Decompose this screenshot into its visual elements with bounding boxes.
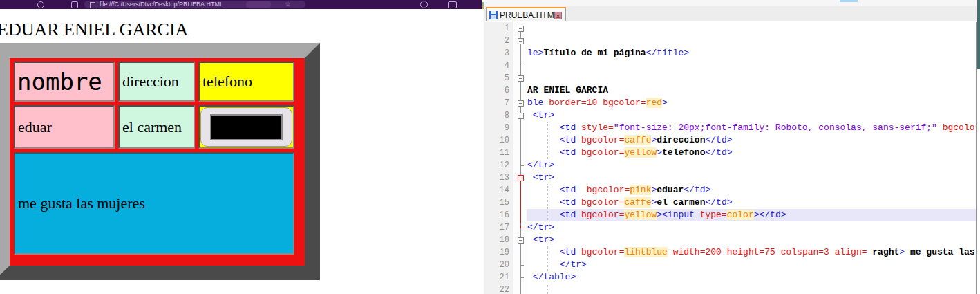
code-line[interactable]: </tr>: [527, 259, 587, 271]
background-window-edge: [977, 0, 980, 69]
color-swatch: [210, 114, 283, 140]
line-number: 20: [484, 259, 509, 271]
line-number: 11: [484, 147, 509, 159]
fold-line: [520, 181, 521, 224]
code-line[interactable]: <td bgcolor=caffe>el carmen</td>: [527, 196, 733, 209]
rendered-table: nombre direccion telefono eduar el carme…: [0, 43, 320, 280]
toolbar-icon-fragment: [840, 0, 858, 2]
code-lines[interactable]: le>Título de mi página</title>AR ENIEL G…: [527, 22, 976, 294]
line-number: 1: [484, 22, 509, 35]
cell-direccion: direccion: [118, 62, 195, 102]
account-icon[interactable]: [420, 1, 428, 8]
line-number: 6: [484, 84, 509, 97]
code-line[interactable]: <td style="font-size: 20px;font-family: …: [527, 122, 976, 134]
tab-title: PRUEBA.HTML: [500, 10, 558, 20]
page-heading: EDUAR ENIEL GARCIA: [0, 19, 188, 40]
line-number: 13: [484, 172, 509, 184]
npp-toolbar: [484, 0, 977, 6]
code-line[interactable]: ble border=10 bgcolor=red>: [527, 97, 668, 109]
line-number: 9: [484, 122, 509, 134]
line-number: 21: [484, 271, 509, 284]
notepadpp-window: PRUEBA.HTML x 12345678910111213141516171…: [484, 0, 980, 294]
cell-el-carmen: el carmen: [118, 105, 195, 149]
screen: file:///C:/Users/Dtvc/Desktop/PRUEBA.HTM…: [0, 0, 980, 294]
code-line[interactable]: <tr>: [527, 234, 554, 246]
code-line[interactable]: <td bgcolor=caffe>direccion</td>: [527, 134, 733, 147]
cell-nombre: nombre: [14, 62, 115, 102]
fold-collapse-icon[interactable]: [518, 26, 524, 32]
line-number: 4: [484, 59, 509, 72]
code-line[interactable]: <td bgcolor=yellow>telefono</td>: [527, 147, 733, 159]
code-line[interactable]: </tr>: [527, 221, 554, 234]
fold-end-marker: [520, 225, 524, 228]
editor-right-border: [976, 22, 977, 294]
line-number: 15: [484, 196, 509, 209]
fold-end-marker: [520, 163, 524, 166]
line-number: 8: [484, 109, 509, 122]
code-editor[interactable]: 12345678910111213141516171819202122 le>T…: [484, 22, 976, 294]
code-line[interactable]: <td bgcolor=lihtblue width=200 height=75…: [527, 246, 976, 259]
code-line[interactable]: <tr>: [527, 172, 554, 184]
line-number: 3: [484, 47, 509, 59]
fold-collapse-icon[interactable]: [518, 237, 524, 244]
code-line[interactable]: le>Título de mi página</title>: [527, 47, 689, 59]
code-line[interactable]: </tr>: [527, 159, 554, 172]
line-number: 17: [484, 221, 509, 234]
code-line[interactable]: <td bgcolor=pink>eduar</td>: [527, 184, 710, 196]
fold-end-marker: [520, 262, 524, 266]
line-number: 2: [484, 35, 509, 47]
color-input[interactable]: [200, 107, 292, 147]
fold-collapse-icon[interactable]: [518, 175, 524, 181]
line-number: 10: [484, 134, 509, 147]
tab-bar: PRUEBA.HTML x: [484, 6, 977, 21]
fold-collapse-icon[interactable]: [518, 38, 524, 44]
line-number: 14: [484, 184, 509, 196]
line-number: 12: [484, 159, 509, 172]
close-icon[interactable]: x: [554, 12, 562, 19]
extensions-icon[interactable]: [71, 1, 78, 8]
sidebar-icon[interactable]: [448, 1, 457, 8]
fold-end-marker: [520, 275, 524, 278]
url-text[interactable]: file:///C:/Users/Dtvc/Desktop/PRUEBA.HTM…: [100, 1, 223, 8]
line-number-margin: 12345678910111213141516171819202122: [484, 22, 513, 294]
fold-line: [520, 28, 521, 294]
code-line[interactable]: </table>: [527, 271, 576, 284]
fold-collapse-icon[interactable]: [518, 75, 524, 82]
cell-telefono: telefono: [198, 62, 294, 102]
fold-collapse-icon[interactable]: [518, 100, 524, 107]
fold-collapse-icon[interactable]: [518, 113, 524, 119]
reload-icon[interactable]: [37, 1, 44, 8]
line-number: 5: [484, 72, 509, 84]
code-line[interactable]: <tr>: [527, 109, 554, 122]
cell-eduar: eduar: [14, 105, 115, 149]
table-grid: nombre direccion telefono eduar el carme…: [14, 62, 301, 255]
code-line[interactable]: AR ENIEL GARCIA: [527, 84, 608, 97]
cell-me-gusta: me gusta las mujeres: [14, 152, 294, 255]
line-number: 18: [484, 234, 509, 246]
fold-end-marker: [520, 63, 524, 66]
page-icon: [90, 2, 95, 8]
line-number: 7: [484, 97, 509, 109]
saved-file-icon: [489, 11, 498, 19]
cell-color-input: [198, 105, 294, 149]
bookmark-star-icon[interactable]: ☆: [285, 0, 291, 8]
tab-prueba-html[interactable]: PRUEBA.HTML x: [486, 7, 566, 22]
line-number: 19: [484, 246, 509, 259]
line-number: 22: [484, 284, 509, 294]
code-line[interactable]: <td bgcolor=yellow><input type=color></t…: [527, 209, 786, 221]
browser-toolbar: file:///C:/Users/Dtvc/Desktop/PRUEBA.HTM…: [0, 0, 482, 9]
line-number: 16: [484, 209, 509, 221]
address-bar[interactable]: file:///C:/Users/Dtvc/Desktop/PRUEBA.HTM…: [84, 1, 305, 8]
permissions-chip[interactable]: [246, 1, 271, 8]
